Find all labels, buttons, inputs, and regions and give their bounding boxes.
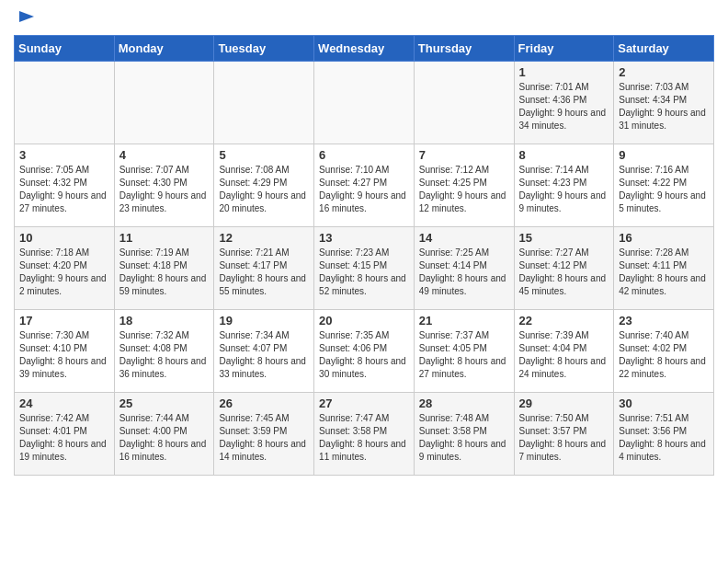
logo-flag-icon [16,7,36,28]
col-friday: Friday [514,36,614,62]
calendar-cell: 11Sunrise: 7:19 AMSunset: 4:18 PMDayligh… [114,227,214,310]
calendar-cell: 12Sunrise: 7:21 AMSunset: 4:17 PMDayligh… [214,227,314,310]
day-number: 21 [419,314,509,327]
day-number: 9 [619,148,709,162]
calendar-cell: 19Sunrise: 7:34 AMSunset: 4:07 PMDayligh… [214,310,314,393]
day-number: 15 [519,231,609,245]
day-info: Sunrise: 7:28 AMSunset: 4:11 PMDaylight:… [619,247,709,298]
day-info: Sunrise: 7:42 AMSunset: 4:01 PMDaylight:… [19,412,109,464]
day-info: Sunrise: 7:07 AMSunset: 4:30 PMDaylight:… [119,164,210,215]
day-number: 26 [219,396,309,410]
day-info: Sunrise: 7:35 AMSunset: 4:06 PMDaylight:… [319,329,409,381]
calendar-cell: 13Sunrise: 7:23 AMSunset: 4:15 PMDayligh… [314,227,415,310]
calendar-cell: 16Sunrise: 7:28 AMSunset: 4:11 PMDayligh… [614,227,714,310]
day-number: 28 [419,396,509,410]
logo [14,9,36,28]
calendar-cell: 2Sunrise: 7:03 AMSunset: 4:34 PMDaylight… [614,62,714,144]
calendar-cell: 10Sunrise: 7:18 AMSunset: 4:20 PMDayligh… [15,227,115,310]
calendar-cell: 4Sunrise: 7:07 AMSunset: 4:30 PMDaylight… [114,144,214,227]
day-info: Sunrise: 7:45 AMSunset: 3:59 PMDaylight:… [219,412,309,464]
day-info: Sunrise: 7:32 AMSunset: 4:08 PMDaylight:… [119,329,210,381]
calendar-cell: 28Sunrise: 7:48 AMSunset: 3:58 PMDayligh… [414,393,514,476]
day-info: Sunrise: 7:37 AMSunset: 4:05 PMDaylight:… [419,329,509,381]
day-info: Sunrise: 7:21 AMSunset: 4:17 PMDaylight:… [219,247,309,298]
day-number: 14 [419,231,509,245]
day-number: 29 [519,396,609,410]
calendar-cell: 22Sunrise: 7:39 AMSunset: 4:04 PMDayligh… [514,310,614,393]
day-number: 19 [219,314,309,327]
col-sunday: Sunday [15,36,115,62]
day-number: 30 [619,396,709,410]
calendar-cell: 9Sunrise: 7:16 AMSunset: 4:22 PMDaylight… [614,144,714,227]
day-info: Sunrise: 7:23 AMSunset: 4:15 PMDaylight:… [319,247,409,298]
calendar-cell: 30Sunrise: 7:51 AMSunset: 3:56 PMDayligh… [614,393,714,476]
calendar-cell [214,62,314,144]
calendar-cell [114,62,214,144]
day-info: Sunrise: 7:25 AMSunset: 4:14 PMDaylight:… [419,247,509,298]
day-number: 10 [19,231,109,245]
day-number: 5 [219,148,309,162]
day-number: 16 [619,231,709,245]
calendar-header: Sunday Monday Tuesday Wednesday Thursday… [15,36,714,62]
calendar-cell: 27Sunrise: 7:47 AMSunset: 3:58 PMDayligh… [314,393,415,476]
col-monday: Monday [114,36,214,62]
day-number: 7 [419,148,509,162]
day-number: 13 [319,231,409,245]
col-tuesday: Tuesday [214,36,314,62]
day-number: 23 [619,314,709,327]
day-info: Sunrise: 7:03 AMSunset: 4:34 PMDaylight:… [619,81,709,132]
calendar-cell: 1Sunrise: 7:01 AMSunset: 4:36 PMDaylight… [514,62,614,144]
calendar-week-row: 17Sunrise: 7:30 AMSunset: 4:10 PMDayligh… [15,310,714,393]
day-number: 22 [519,314,609,327]
day-info: Sunrise: 7:48 AMSunset: 3:58 PMDaylight:… [419,412,509,464]
calendar-table: Sunday Monday Tuesday Wednesday Thursday… [14,35,714,476]
calendar-cell: 3Sunrise: 7:05 AMSunset: 4:32 PMDaylight… [15,144,115,227]
calendar-cell [414,62,514,144]
day-number: 4 [119,148,210,162]
day-number: 3 [19,148,109,162]
calendar-week-row: 24Sunrise: 7:42 AMSunset: 4:01 PMDayligh… [15,393,714,476]
calendar-cell: 17Sunrise: 7:30 AMSunset: 4:10 PMDayligh… [15,310,115,393]
day-number: 12 [219,231,309,245]
page: Sunday Monday Tuesday Wednesday Thursday… [0,0,728,485]
day-info: Sunrise: 7:12 AMSunset: 4:25 PMDaylight:… [419,164,509,215]
calendar-week-row: 10Sunrise: 7:18 AMSunset: 4:20 PMDayligh… [15,227,714,310]
day-header-row: Sunday Monday Tuesday Wednesday Thursday… [15,36,714,62]
day-number: 27 [319,396,409,410]
day-info: Sunrise: 7:51 AMSunset: 3:56 PMDaylight:… [619,412,709,464]
day-info: Sunrise: 7:39 AMSunset: 4:04 PMDaylight:… [519,329,609,381]
day-info: Sunrise: 7:30 AMSunset: 4:10 PMDaylight:… [19,329,109,381]
calendar-cell: 26Sunrise: 7:45 AMSunset: 3:59 PMDayligh… [214,393,314,476]
day-info: Sunrise: 7:27 AMSunset: 4:12 PMDaylight:… [519,247,609,298]
day-info: Sunrise: 7:10 AMSunset: 4:27 PMDaylight:… [319,164,409,215]
day-number: 25 [119,396,210,410]
day-info: Sunrise: 7:05 AMSunset: 4:32 PMDaylight:… [19,164,109,215]
day-info: Sunrise: 7:01 AMSunset: 4:36 PMDaylight:… [519,81,609,132]
calendar-body: 1Sunrise: 7:01 AMSunset: 4:36 PMDaylight… [15,62,714,476]
calendar-cell: 8Sunrise: 7:14 AMSunset: 4:23 PMDaylight… [514,144,614,227]
calendar-cell: 7Sunrise: 7:12 AMSunset: 4:25 PMDaylight… [414,144,514,227]
day-info: Sunrise: 7:47 AMSunset: 3:58 PMDaylight:… [319,412,409,464]
day-number: 8 [519,148,609,162]
calendar-cell: 18Sunrise: 7:32 AMSunset: 4:08 PMDayligh… [114,310,214,393]
calendar-cell: 23Sunrise: 7:40 AMSunset: 4:02 PMDayligh… [614,310,714,393]
day-number: 18 [119,314,210,327]
header [14,9,714,28]
day-number: 2 [619,65,709,79]
day-number: 1 [519,65,609,79]
calendar-cell: 15Sunrise: 7:27 AMSunset: 4:12 PMDayligh… [514,227,614,310]
day-info: Sunrise: 7:44 AMSunset: 4:00 PMDaylight:… [119,412,210,464]
calendar-week-row: 1Sunrise: 7:01 AMSunset: 4:36 PMDaylight… [15,62,714,144]
calendar-cell [15,62,115,144]
day-info: Sunrise: 7:40 AMSunset: 4:02 PMDaylight:… [619,329,709,381]
day-number: 17 [19,314,109,327]
calendar-cell: 25Sunrise: 7:44 AMSunset: 4:00 PMDayligh… [114,393,214,476]
day-number: 24 [19,396,109,410]
calendar-cell [314,62,415,144]
day-info: Sunrise: 7:18 AMSunset: 4:20 PMDaylight:… [19,247,109,298]
day-info: Sunrise: 7:16 AMSunset: 4:22 PMDaylight:… [619,164,709,215]
calendar-cell: 20Sunrise: 7:35 AMSunset: 4:06 PMDayligh… [314,310,415,393]
calendar-cell: 6Sunrise: 7:10 AMSunset: 4:27 PMDaylight… [314,144,415,227]
calendar-cell: 14Sunrise: 7:25 AMSunset: 4:14 PMDayligh… [414,227,514,310]
day-info: Sunrise: 7:14 AMSunset: 4:23 PMDaylight:… [519,164,609,215]
